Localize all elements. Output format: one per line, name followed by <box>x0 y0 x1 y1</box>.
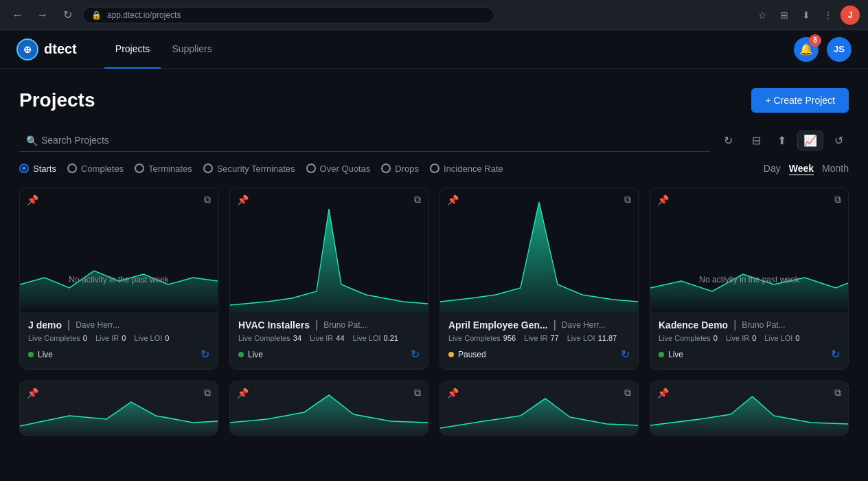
bottom-card-5[interactable]: 📌 ⧉ <box>229 381 429 436</box>
back-button[interactable]: ← <box>8 5 27 25</box>
refresh-button[interactable]: ↻ <box>718 131 738 150</box>
project-card-1[interactable]: 📌 ⧉ HVAC Installers <box>229 188 429 370</box>
over-quotas-label: Over Quotas <box>320 164 371 174</box>
bookmark-button[interactable]: ☆ <box>753 5 772 25</box>
filter-drops[interactable]: Drops <box>381 164 419 174</box>
time-week-button[interactable]: Week <box>789 163 814 174</box>
pin-button-3[interactable]: 📌 <box>657 194 669 205</box>
project-card-3[interactable]: 📌 ⧉ No activity in the past week <box>650 188 849 370</box>
toolbar: 🔍 ↻ ⊟ ⬆ 📈 ↺ <box>19 129 849 152</box>
filter-security-terminates[interactable]: Security Terminates <box>203 164 295 174</box>
url-text: app.dtect.io/projects <box>107 10 181 20</box>
card-name-0: J demo <box>28 320 62 331</box>
sync-icon-3: ↻ <box>831 348 840 361</box>
card-body-3: Kadence Demo | Bruno Pat... Live Complet… <box>650 312 848 369</box>
secure-icon: 🔒 <box>91 10 102 20</box>
stat-live-loi-2: Live LOI 11.87 <box>567 334 617 342</box>
stat-live-completes-1: Live Completes 34 <box>238 334 301 342</box>
bottom-card-7[interactable]: 📌 ⧉ <box>650 381 849 436</box>
status-badge-1: Live <box>238 350 263 359</box>
bottom-card-6[interactable]: 📌 ⧉ <box>439 381 639 436</box>
export-button[interactable]: ⬆ <box>772 131 792 150</box>
stat-live-loi-0: Live LOI 0 <box>134 334 169 342</box>
copy-button-0[interactable]: ⧉ <box>204 194 211 205</box>
pin-button-6[interactable]: 📌 <box>447 387 459 399</box>
filter-completes[interactable]: Completes <box>67 164 124 174</box>
project-card-2[interactable]: 📌 ⧉ April Employee Gen... <box>439 188 639 370</box>
nav-tabs: Projects Suppliers <box>104 30 223 69</box>
copy-button-4[interactable]: ⧉ <box>204 387 211 399</box>
stat-live-loi-1: Live LOI 0.21 <box>353 334 398 342</box>
bottom-card-actions-7: 📌 ⧉ <box>650 387 848 399</box>
stat-live-completes-3: Live Completes 0 <box>659 334 718 342</box>
filter-starts[interactable]: Starts <box>19 164 56 174</box>
reset-button[interactable]: ↺ <box>829 131 849 150</box>
chart-view-button[interactable]: 📈 <box>797 131 823 150</box>
download-button[interactable]: ⬇ <box>797 5 816 25</box>
starts-label: Starts <box>33 164 56 174</box>
pin-button-1[interactable]: 📌 <box>237 194 249 205</box>
card-title-row-3: Kadence Demo | Bruno Pat... <box>659 319 840 331</box>
bottom-card-4[interactable]: 📌 ⧉ <box>19 381 218 436</box>
status-text-0: Live <box>38 350 53 359</box>
copy-button-3[interactable]: ⧉ <box>834 194 841 205</box>
over-quotas-radio <box>306 164 316 173</box>
copy-button-7[interactable]: ⧉ <box>834 387 841 399</box>
time-day-button[interactable]: Day <box>764 163 781 174</box>
pin-button-4[interactable]: 📌 <box>27 387 38 399</box>
forward-button[interactable]: → <box>33 5 52 25</box>
project-card-0[interactable]: 📌 ⧉ No activity in the past week <box>19 188 218 370</box>
copy-button-1[interactable]: ⧉ <box>414 194 421 205</box>
stat-live-completes-val-1: 34 <box>293 334 301 342</box>
cards-grid: 📌 ⧉ No activity in the past week <box>19 188 849 370</box>
header-right: 🔔 8 JS <box>794 37 852 62</box>
stat-live-ir-val-1: 44 <box>336 334 344 342</box>
card-chart-2: 📌 ⧉ <box>440 188 638 312</box>
search-icon: 🔍 <box>26 135 38 146</box>
filter-pills: Starts Completes Terminates Security Ter… <box>19 164 503 174</box>
filter-terminates[interactable]: Terminates <box>135 164 192 174</box>
filter-button[interactable]: ⊟ <box>746 131 766 150</box>
status-dot-1 <box>238 352 244 357</box>
extensions-button[interactable]: ⊞ <box>775 5 794 25</box>
browser-actions: ☆ ⊞ ⬇ ⋮ J <box>753 5 860 25</box>
filter-over-quotas[interactable]: Over Quotas <box>306 164 371 174</box>
copy-button-2[interactable]: ⧉ <box>624 194 631 205</box>
sync-icon-2: ↻ <box>621 348 630 361</box>
card-owner-1: Bruno Pat... <box>323 320 367 330</box>
refresh-button[interactable]: ↻ <box>58 5 77 25</box>
stat-live-completes-val-3: 0 <box>713 334 718 342</box>
nav-projects[interactable]: Projects <box>104 30 161 69</box>
pin-button-7[interactable]: 📌 <box>657 387 669 399</box>
pin-button-2[interactable]: 📌 <box>447 194 459 205</box>
stat-live-ir-0: Live IR 0 <box>95 334 126 342</box>
pin-button-0[interactable]: 📌 <box>27 194 38 205</box>
menu-button[interactable]: ⋮ <box>819 5 838 25</box>
no-activity-label-3: No activity in the past week <box>699 275 799 284</box>
starts-radio <box>19 164 29 173</box>
incidence-rate-label: Incidence Rate <box>444 164 503 174</box>
app-header: ⊕ dtect Projects Suppliers 🔔 8 JS <box>0 30 868 69</box>
stat-live-ir-3: Live IR 0 <box>726 334 756 342</box>
pin-button-5[interactable]: 📌 <box>237 387 249 399</box>
card-chart-3: 📌 ⧉ No activity in the past week <box>650 188 848 312</box>
stat-live-completes-0: Live Completes 0 <box>28 334 87 342</box>
copy-button-5[interactable]: ⧉ <box>414 387 421 399</box>
user-avatar[interactable]: JS <box>827 37 852 62</box>
notifications-button[interactable]: 🔔 8 <box>794 37 819 62</box>
card-stats-3: Live Completes 0 Live IR 0 Live LOI 0 <box>659 334 840 342</box>
filter-incidence-rate[interactable]: Incidence Rate <box>430 164 503 174</box>
address-bar[interactable]: 🔒 app.dtect.io/projects <box>82 7 494 23</box>
card-footer-3: Live ↻ <box>659 348 840 361</box>
time-month-button[interactable]: Month <box>822 163 849 174</box>
card-owner-3: Bruno Pat... <box>742 320 785 330</box>
status-text-1: Live <box>248 350 263 359</box>
card-stats-2: Live Completes 956 Live IR 77 Live LOI 1… <box>448 334 630 342</box>
copy-button-6[interactable]: ⧉ <box>624 387 631 399</box>
nav-suppliers[interactable]: Suppliers <box>161 30 222 69</box>
create-project-button[interactable]: + Create Project <box>751 88 849 113</box>
search-input[interactable] <box>19 129 710 152</box>
security-terminates-radio <box>203 164 213 173</box>
stat-live-completes-val-2: 956 <box>503 334 516 342</box>
status-badge-0: Live <box>28 350 53 359</box>
